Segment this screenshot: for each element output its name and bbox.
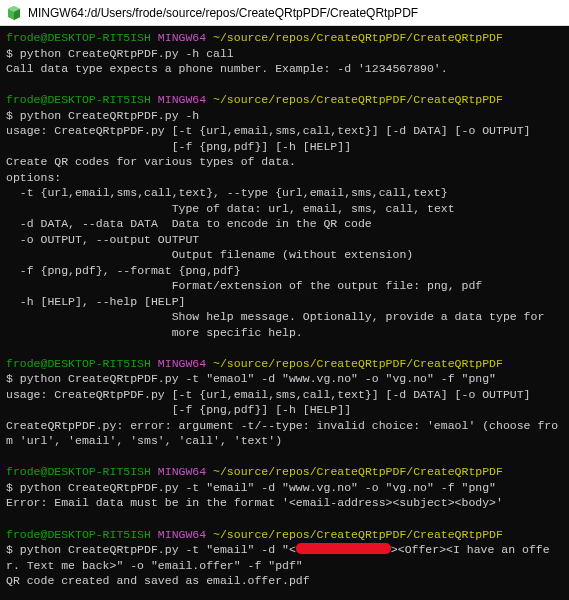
prompt-env: MINGW64	[158, 93, 206, 106]
prompt-line: frode@DESKTOP-RIT5ISH MINGW64 ~/source/r…	[6, 30, 563, 46]
window-title-bar[interactable]: MINGW64:/d/Users/frode/source/repos/Crea…	[0, 0, 569, 26]
output-line: usage: CreateQRtpPDF.py [-t {url,email,s…	[6, 123, 563, 139]
terminal-body[interactable]: frode@DESKTOP-RIT5ISH MINGW64 ~/source/r…	[0, 26, 569, 600]
prompt-path: ~/source/repos/CreateQRtpPDF/CreateQRtpP…	[213, 31, 503, 44]
prompt-env: MINGW64	[158, 528, 206, 541]
command-line: $ python CreateQRtpPDF.py -h	[6, 108, 563, 124]
output-line: Call data type expects a phone number. E…	[6, 61, 563, 77]
redacted-region	[296, 543, 391, 554]
output-line: Format/extension of the output file: png…	[6, 278, 563, 294]
blank-line	[6, 340, 563, 356]
output-line: -t {url,email,sms,call,text}, --type {ur…	[6, 185, 563, 201]
prompt-path: ~/source/repos/CreateQRtpPDF/CreateQRtpP…	[213, 465, 503, 478]
prompt-user-host: frode@DESKTOP-RIT5ISH	[6, 528, 151, 541]
blank-line	[6, 589, 563, 600]
prompt-user-host: frode@DESKTOP-RIT5ISH	[6, 31, 151, 44]
prompt-line: frode@DESKTOP-RIT5ISH MINGW64 ~/source/r…	[6, 464, 563, 480]
prompt-line: frode@DESKTOP-RIT5ISH MINGW64 ~/source/r…	[6, 356, 563, 372]
command-line: $ python CreateQRtpPDF.py -h call	[6, 46, 563, 62]
command-line: $ python CreateQRtpPDF.py -t "email" -d …	[6, 480, 563, 496]
output-line: -o OUTPUT, --output OUTPUT	[6, 232, 563, 248]
output-line: -f {png,pdf}, --format {png,pdf}	[6, 263, 563, 279]
output-line: Type of data: url, email, sms, call, tex…	[6, 201, 563, 217]
output-line: more specific help.	[6, 325, 563, 341]
prompt-path: ~/source/repos/CreateQRtpPDF/CreateQRtpP…	[213, 357, 503, 370]
output-line: Show help message. Optionally, provide a…	[6, 309, 563, 325]
output-line: options:	[6, 170, 563, 186]
output-line: [-f {png,pdf}] [-h [HELP]]	[6, 402, 563, 418]
output-line: usage: CreateQRtpPDF.py [-t {url,email,s…	[6, 387, 563, 403]
output-line: QR code created and saved as email.offer…	[6, 573, 563, 589]
command-line: $ python CreateQRtpPDF.py -t "emaol" -d …	[6, 371, 563, 387]
output-line: -d DATA, --data DATA Data to encode in t…	[6, 216, 563, 232]
prompt-user-host: frode@DESKTOP-RIT5ISH	[6, 357, 151, 370]
output-line: CreateQRtpPDF.py: error: argument -t/--t…	[6, 418, 563, 449]
output-line: Output filename (without extension)	[6, 247, 563, 263]
prompt-env: MINGW64	[158, 31, 206, 44]
prompt-user-host: frode@DESKTOP-RIT5ISH	[6, 93, 151, 106]
prompt-path: ~/source/repos/CreateQRtpPDF/CreateQRtpP…	[213, 93, 503, 106]
prompt-env: MINGW64	[158, 465, 206, 478]
output-line: Create QR codes for various types of dat…	[6, 154, 563, 170]
blank-line	[6, 449, 563, 465]
output-line: -h [HELP], --help [HELP]	[6, 294, 563, 310]
command-line: $ python CreateQRtpPDF.py -t "email" -d …	[6, 542, 563, 573]
app-icon	[6, 5, 22, 21]
blank-line	[6, 511, 563, 527]
prompt-user-host: frode@DESKTOP-RIT5ISH	[6, 465, 151, 478]
prompt-line: frode@DESKTOP-RIT5ISH MINGW64 ~/source/r…	[6, 527, 563, 543]
output-line: [-f {png,pdf}] [-h [HELP]]	[6, 139, 563, 155]
prompt-path: ~/source/repos/CreateQRtpPDF/CreateQRtpP…	[213, 528, 503, 541]
prompt-line: frode@DESKTOP-RIT5ISH MINGW64 ~/source/r…	[6, 92, 563, 108]
prompt-env: MINGW64	[158, 357, 206, 370]
output-line: Error: Email data must be in the format …	[6, 495, 563, 511]
blank-line	[6, 77, 563, 93]
window-title: MINGW64:/d/Users/frode/source/repos/Crea…	[28, 6, 418, 20]
